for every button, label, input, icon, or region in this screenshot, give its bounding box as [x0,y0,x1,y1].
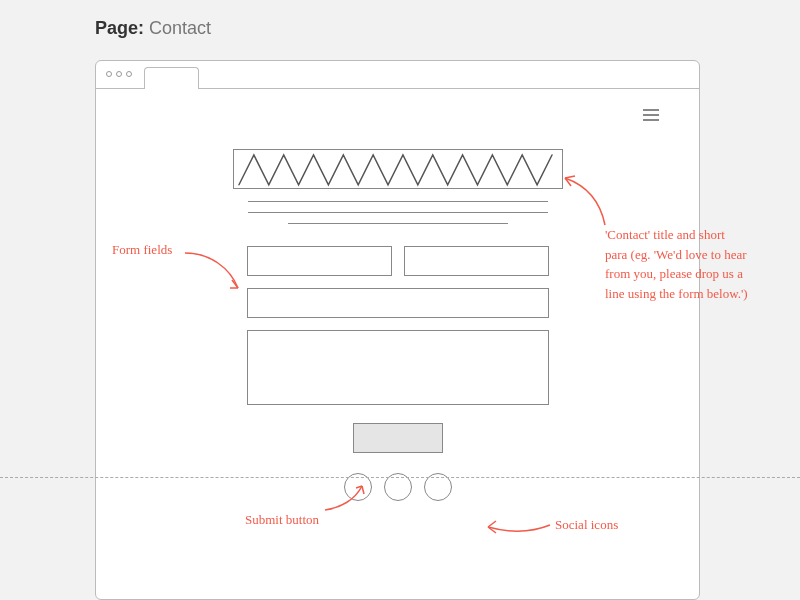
annotation-social: Social icons [555,515,618,535]
form-field[interactable] [247,246,392,276]
form-textarea[interactable] [247,330,549,405]
page-label: Page: Contact [95,18,211,39]
form-field[interactable] [247,288,549,318]
browser-tab [144,67,199,89]
page-fold-line [0,477,800,478]
submit-button[interactable] [353,423,443,453]
annotation-title-para: 'Contact' title and short para (eg. 'We'… [605,225,750,303]
annotation-submit: Submit button [245,510,319,530]
form-field[interactable] [404,246,549,276]
paragraph-line [248,201,548,202]
traffic-light-icon [126,71,132,77]
traffic-light-icon [106,71,112,77]
paragraph-line [288,223,508,224]
paragraph-line [248,212,548,213]
window-controls [106,71,132,77]
hamburger-menu-icon[interactable] [643,109,659,121]
annotation-form-fields: Form fields [112,240,172,260]
browser-chrome [96,61,699,89]
page-title-placeholder [233,149,563,189]
traffic-light-icon [116,71,122,77]
